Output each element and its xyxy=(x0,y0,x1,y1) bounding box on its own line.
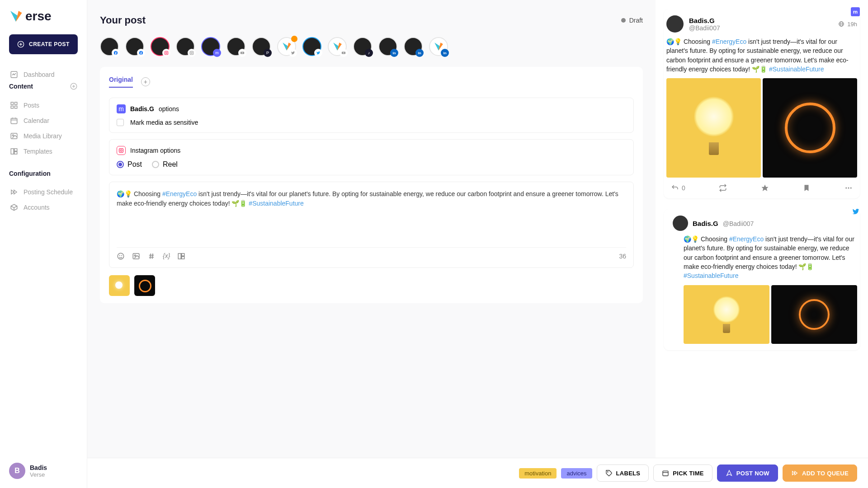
preview-image-2[interactable] xyxy=(763,78,857,178)
preview-timestamp: 19h xyxy=(838,21,857,28)
sidebar-item-media[interactable]: Media Library xyxy=(9,128,78,144)
radio-reel[interactable]: Reel xyxy=(152,160,178,169)
svg-rect-52 xyxy=(182,257,184,259)
svg-rect-13 xyxy=(11,118,17,124)
account-facebook-1[interactable] xyxy=(100,37,119,56)
add-queue-button[interactable]: ADD TO QUEUE xyxy=(783,465,857,482)
sidebar-item-schedule[interactable]: Posting Schedule xyxy=(9,184,78,200)
account-verse-linkedin[interactable]: in xyxy=(429,37,448,56)
tag-icon xyxy=(605,469,613,477)
page-title: Your post xyxy=(100,14,146,26)
media-button[interactable] xyxy=(132,252,140,260)
account-linkedin-1[interactable]: in xyxy=(378,37,397,56)
accounts-selector: m P ♪ in in in xyxy=(100,37,643,56)
template-button[interactable] xyxy=(177,252,185,260)
account-instagram-1[interactable] xyxy=(151,37,170,56)
media-thumbnail-1[interactable] xyxy=(109,275,130,296)
linkedin-icon: in xyxy=(415,49,424,57)
hashtag-button[interactable] xyxy=(147,252,156,260)
create-post-button[interactable]: CREATE POST xyxy=(9,34,78,54)
post-editor[interactable]: 🌍💡 Choosing #EnergyEco isn't just trendy… xyxy=(109,182,634,268)
account-mastodon[interactable]: m xyxy=(201,37,220,56)
variable-button[interactable]: {x} xyxy=(163,252,170,260)
svg-marker-65 xyxy=(726,470,731,475)
youtube-icon xyxy=(340,49,348,57)
tag-advices[interactable]: advices xyxy=(561,468,592,479)
tag-motivation[interactable]: motivation xyxy=(519,468,557,479)
sidebar-item-label: Posts xyxy=(24,102,39,109)
emoji-button[interactable] xyxy=(117,252,125,260)
mastodon-icon: m xyxy=(851,7,860,16)
preview-twitter: Badis.G @Badii007 🌍💡 Choosing #EnergyEco… xyxy=(664,209,860,350)
svg-rect-19 xyxy=(11,149,14,154)
media-thumbnail-2[interactable] xyxy=(134,275,155,296)
tab-original[interactable]: Original xyxy=(109,76,133,88)
send-icon xyxy=(726,469,733,477)
mastodon-username: Badis.G xyxy=(130,105,154,113)
pinterest-icon: P xyxy=(264,49,272,57)
user-footer[interactable]: B Badis Verse xyxy=(9,463,78,479)
more-button[interactable] xyxy=(844,184,853,192)
account-linkedin-2[interactable]: in xyxy=(404,37,423,56)
account-facebook-2[interactable] xyxy=(125,37,144,56)
preview-image-2[interactable] xyxy=(771,285,857,344)
footer-org: Verse xyxy=(30,471,47,478)
radio-post[interactable]: Post xyxy=(117,160,142,169)
account-youtube-1[interactable] xyxy=(226,37,245,56)
labels-button[interactable]: LABELS xyxy=(597,465,649,482)
preview-image-1[interactable] xyxy=(684,285,769,344)
boost-button[interactable] xyxy=(719,184,727,192)
hashtag[interactable]: #EnergyEco xyxy=(162,190,197,197)
preview-name: Badis.G xyxy=(689,17,720,24)
bookmark-button[interactable] xyxy=(802,184,811,192)
svg-rect-63 xyxy=(663,471,668,476)
sidebar-item-label: Accounts xyxy=(24,204,50,211)
sidebar-item-label: Calendar xyxy=(24,117,49,124)
layout-icon xyxy=(10,147,18,155)
svg-point-62 xyxy=(607,472,608,472)
status-badge: Draft xyxy=(621,17,643,24)
reply-button[interactable]: 0 xyxy=(671,184,685,192)
pick-time-button[interactable]: PICK TIME xyxy=(653,465,712,482)
hashtag[interactable]: #SustainableFuture xyxy=(249,200,303,207)
preview-text: 🌍💡 Choosing #EnergyEco isn't just trendy… xyxy=(666,37,857,74)
account-verse-youtube[interactable] xyxy=(328,37,347,56)
account-tiktok[interactable]: ♪ xyxy=(353,37,372,56)
svg-marker-66 xyxy=(793,471,795,475)
instagram-icon xyxy=(188,49,196,57)
linkedin-icon: in xyxy=(390,49,398,57)
instagram-label: Instagram options xyxy=(130,147,180,154)
chart-icon xyxy=(10,70,18,79)
globe-icon xyxy=(838,21,844,27)
sidebar-item-calendar[interactable]: Calendar xyxy=(9,113,78,128)
favorite-button[interactable] xyxy=(761,184,769,192)
account-verse-twitter-1[interactable] xyxy=(277,37,296,56)
post-text-content[interactable]: 🌍💡 Choosing #EnergyEco isn't just trendy… xyxy=(117,189,626,239)
preview-text: 🌍💡 Choosing #EnergyEco isn't just trendy… xyxy=(673,235,857,280)
post-now-button[interactable]: POST NOW xyxy=(717,465,778,482)
mastodon-options: m Badis.G options Mark media as sensitiv… xyxy=(109,98,634,133)
options-label: options xyxy=(159,105,179,113)
media-attachments xyxy=(109,275,634,296)
status-dot-icon xyxy=(621,18,626,23)
sensitive-checkbox[interactable] xyxy=(117,119,124,126)
account-instagram-2[interactable] xyxy=(176,37,195,56)
account-twitter-2[interactable] xyxy=(302,37,321,56)
preview-image-1[interactable] xyxy=(666,78,761,178)
add-tab-button[interactable]: + xyxy=(141,77,150,86)
twitter-icon xyxy=(314,49,322,57)
instagram-icon xyxy=(162,49,170,57)
svg-rect-25 xyxy=(165,51,168,55)
svg-line-49 xyxy=(152,253,153,259)
sidebar-item-templates[interactable]: Templates xyxy=(9,144,78,159)
account-pinterest[interactable]: P xyxy=(252,37,271,56)
instagram-icon xyxy=(117,146,126,155)
sidebar-item-posts[interactable]: Posts xyxy=(9,98,78,113)
sidebar-item-dashboard[interactable]: Dashboard xyxy=(9,67,78,82)
sidebar-item-label: Dashboard xyxy=(24,71,55,78)
sidebar-item-accounts[interactable]: Accounts xyxy=(9,200,78,215)
svg-point-18 xyxy=(12,135,14,136)
image-icon xyxy=(10,132,18,140)
add-content-icon[interactable] xyxy=(70,82,78,90)
preview-avatar xyxy=(673,216,688,231)
